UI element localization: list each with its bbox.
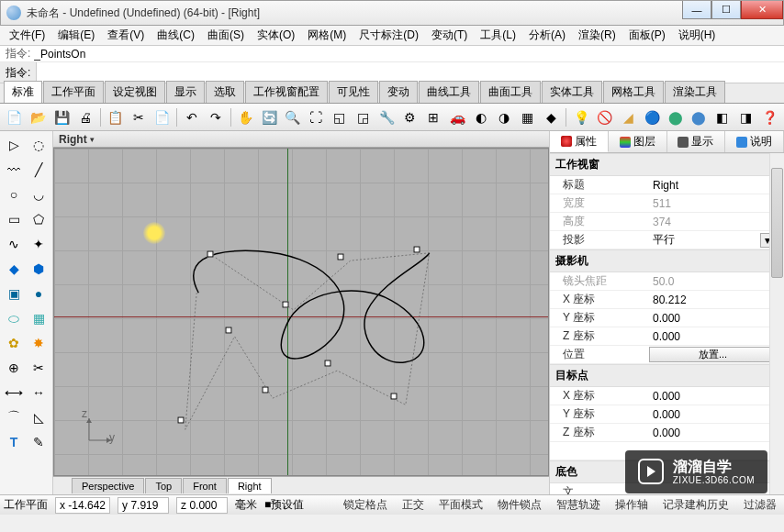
tab-select[interactable]: 选取 [206,81,244,103]
box-icon[interactable]: ▣ [2,282,26,305]
dimension-icon[interactable]: ⟷ [2,381,26,405]
point-icon[interactable]: ✦ [27,232,50,256]
hide-icon[interactable]: 🚫 [594,106,616,128]
tab-rendertools[interactable]: 渲染工具 [665,81,725,103]
surface-icon[interactable]: ◆ [2,257,26,281]
vptab-right[interactable]: Right [228,478,272,493]
control-point[interactable] [325,360,331,367]
prop-camz-val[interactable]: 0.000 [649,330,784,343]
sb-gridsnap[interactable]: 锁定格点 [340,496,391,514]
scrollbar-thumb[interactable] [771,168,783,278]
viewport-label[interactable]: Right ▾ [53,131,549,148]
sb-gumball[interactable]: 操作轴 [611,496,652,514]
cylinder-icon[interactable]: ⬭ [2,306,26,330]
explode-icon[interactable]: ✸ [27,331,50,355]
zoom-icon[interactable]: 🔍 [282,106,304,128]
prop-title-val[interactable]: Right [649,179,784,192]
menu-solid[interactable]: 实体(O) [252,26,300,45]
tool-icon[interactable]: ◧ [711,106,734,128]
control-point[interactable] [338,254,344,260]
sb-z[interactable]: z 0.000 [176,497,228,514]
menu-surface[interactable]: 曲面(S) [202,26,250,45]
control-point[interactable] [414,247,420,253]
text-icon[interactable]: T [2,430,26,454]
menu-view[interactable]: 查看(V) [102,26,150,45]
tab-display[interactable]: 显示 [667,131,726,152]
vptab-perspective[interactable]: Perspective [72,478,144,493]
tool-icon[interactable]: ◐ [470,106,492,128]
help-icon[interactable]: ❓ [758,106,780,128]
tab-surfacetools[interactable]: 曲面工具 [480,81,541,103]
zoom-sel-icon[interactable]: ◲ [353,106,375,128]
prop-projection-val[interactable]: 平行 [649,232,760,248]
control-point[interactable] [178,417,185,424]
new-icon[interactable]: 📄 [4,106,26,128]
vptab-top[interactable]: Top [145,478,182,493]
sb-filter[interactable]: 过滤器 [740,496,780,514]
polyline-icon[interactable]: 〰 [2,158,26,182]
car-icon[interactable]: 🚗 [446,106,468,128]
tool-icon[interactable]: ◑ [493,106,515,128]
chamfer-icon[interactable]: ◺ [27,405,50,429]
menu-file[interactable]: 文件(F) [4,26,50,45]
sb-osnap[interactable]: 物件锁点 [494,496,545,514]
prop-camy-val[interactable]: 0.000 [649,312,784,325]
pointer-icon[interactable]: ▷ [2,133,26,157]
zoom-window-icon[interactable]: ◱ [329,106,351,128]
prop-tgtx-val[interactable]: 0.000 [649,390,784,403]
sb-history[interactable]: 记录建构历史 [659,496,733,514]
save-icon[interactable]: 💾 [50,106,73,128]
tab-display[interactable]: 显示 [166,81,205,103]
menu-panels[interactable]: 面板(P) [623,26,671,45]
tab-curvetools[interactable]: 曲线工具 [419,81,479,103]
control-point[interactable] [263,387,269,393]
prop-camx-val[interactable]: 80.212 [649,294,784,306]
command-input[interactable] [37,62,784,83]
join-icon[interactable]: ⊕ [2,356,26,380]
menu-edit[interactable]: 编辑(E) [52,26,100,45]
prop-tgty-val[interactable]: 0.000 [649,408,784,421]
copy-icon[interactable]: 📋 [104,106,126,128]
redo-icon[interactable]: ↷ [205,106,227,128]
menu-mesh[interactable]: 网格(M) [302,26,352,45]
fillet-icon[interactable]: ⌒ [2,405,26,429]
layer-icon[interactable]: ◢ [618,106,640,128]
curve-icon[interactable]: ∿ [2,232,26,256]
tab-help[interactable]: 说明 [725,131,784,152]
place-button[interactable]: 放置... [649,347,777,362]
material-icon[interactable]: ⬤ [665,106,687,128]
tool-icon[interactable]: ⚙ [399,106,421,128]
line-icon[interactable]: ╱ [27,158,50,182]
tab-transform[interactable]: 变动 [379,81,418,103]
tool-icon[interactable]: ▦ [517,106,539,128]
move-icon[interactable]: ↔ [27,381,50,405]
menu-tools[interactable]: 工具(L) [475,26,521,45]
tab-solidtools[interactable]: 实体工具 [542,81,602,103]
menu-render[interactable]: 渲染(R) [573,26,622,45]
tab-setview[interactable]: 设定视图 [105,81,165,103]
arc-icon[interactable]: ◡ [27,183,50,206]
sb-planar[interactable]: 平面模式 [435,496,487,514]
sb-smarttrack[interactable]: 智慧轨迹 [553,496,604,514]
close-button[interactable]: ✕ [741,1,783,19]
menu-analyze[interactable]: 分析(A) [523,26,571,45]
chevron-down-icon[interactable]: ▾ [90,135,95,144]
sb-preset[interactable]: ■预设值 [264,497,304,513]
menu-dimension[interactable]: 尺寸标注(D) [353,26,424,45]
open-icon[interactable]: 📂 [28,106,50,128]
sb-x[interactable]: x -14.642 [55,497,110,514]
cut-icon[interactable]: ✂ [128,106,150,128]
render-icon[interactable]: ⬤ [688,106,710,128]
mesh-icon[interactable]: ▦ [27,306,50,330]
tab-meshtools[interactable]: 网格工具 [603,81,664,103]
tab-standard[interactable]: 标准 [4,81,42,103]
control-point[interactable] [391,393,398,400]
tab-properties[interactable]: 属性 [550,131,609,152]
gear-icon[interactable]: ✿ [2,331,26,355]
sb-y[interactable]: y 7.919 [118,497,169,514]
vptab-front[interactable]: Front [183,478,227,493]
rotate-icon[interactable]: 🔄 [258,106,280,128]
circle-icon[interactable]: ○ [2,183,26,206]
sb-ortho[interactable]: 正交 [398,496,428,514]
zoom-extents-icon[interactable]: ⛶ [305,106,327,128]
